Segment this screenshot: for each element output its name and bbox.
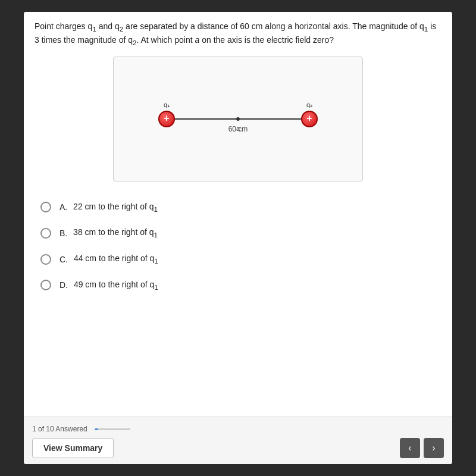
choice-b-body: 38 cm to the right of q1 — [71, 227, 158, 239]
progress-text: 1 of 10 Answered — [32, 425, 87, 433]
charge-q2-label: q₂ — [306, 101, 312, 109]
choice-a-body: 22 cm to the right of q1 — [71, 202, 158, 213]
progress-bar-fill — [95, 428, 98, 430]
choice-c-text: C. — [60, 255, 68, 264]
nav-buttons: ‹ › — [400, 438, 444, 458]
distance-label: 60 cm — [228, 125, 248, 133]
charge-q2-symbol: + — [306, 114, 312, 123]
radio-c[interactable] — [40, 254, 51, 265]
choice-a-text: A. — [60, 202, 67, 212]
choice-a[interactable]: A. 22 cm to the right of q1 — [35, 195, 441, 221]
radio-d[interactable] — [40, 280, 51, 290]
choice-c-body: 44 cm to the right of q1 — [71, 253, 158, 265]
action-row: View Summary ‹ › — [24, 434, 452, 464]
progress-bar-track — [95, 428, 130, 430]
radio-a[interactable] — [40, 202, 51, 212]
bottom-bar: 1 of 10 Answered View Summary ‹ › — [24, 416, 452, 464]
diagram-box: q₁ + q₂ + a 60 cm — [113, 57, 363, 181]
radio-b[interactable] — [40, 228, 51, 239]
charge-q1-symbol: + — [164, 114, 169, 123]
content-area: Point charges q1 and q2 are separated by… — [24, 12, 452, 416]
choices-list: A. 22 cm to the right of q1 B. 38 cm to … — [35, 195, 441, 299]
choice-d[interactable]: D. 49 cm to the right of q1 — [35, 273, 441, 299]
charge-q1-label: q₁ — [164, 101, 170, 109]
charge-q1: q₁ + — [158, 111, 175, 127]
prev-button[interactable]: ‹ — [400, 438, 420, 458]
choice-d-body: 49 cm to the right of q1 — [71, 280, 158, 291]
choice-b[interactable]: B. 38 cm to the right of q1 — [35, 220, 441, 246]
mid-dot — [236, 117, 240, 121]
diagram-inner: q₁ + q₂ + a 60 cm — [155, 101, 321, 137]
choice-c[interactable]: C. 44 cm to the right of q1 — [35, 246, 441, 273]
view-summary-button[interactable]: View Summary — [32, 438, 114, 458]
choice-d-text: D. — [60, 280, 68, 290]
next-button[interactable]: › — [424, 438, 444, 458]
question-text: Point charges q1 and q2 are separated by… — [35, 20, 441, 48]
progress-row: 1 of 10 Answered — [24, 421, 452, 434]
charge-q2: q₂ + — [301, 111, 318, 127]
choice-b-text: B. — [60, 228, 67, 238]
